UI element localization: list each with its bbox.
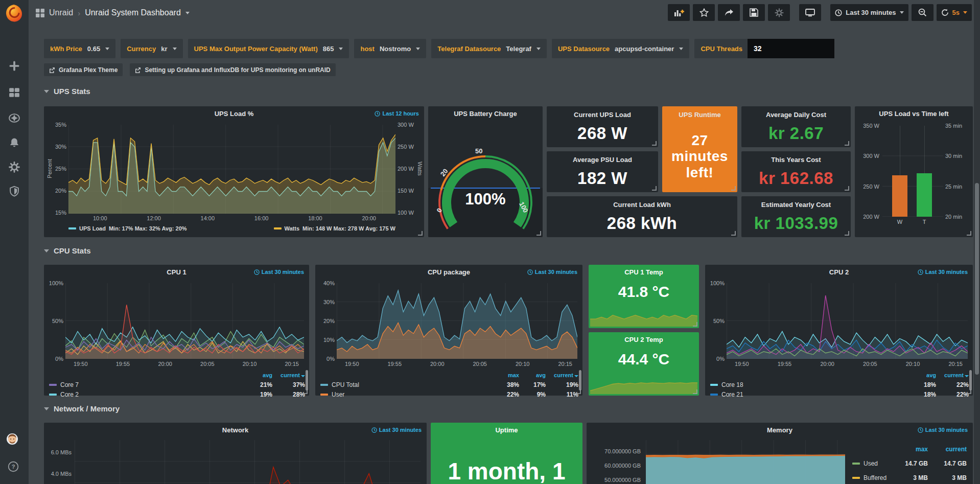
panel-title[interactable]: Network <box>44 426 427 434</box>
time-range-picker[interactable]: Last 30 minutes <box>830 4 908 21</box>
breadcrumb-app[interactable]: Unraid <box>49 8 73 17</box>
panel-title[interactable]: CPU 2 Temp <box>589 336 699 343</box>
panel-this-years-cost: This Years Cost kr 162.68 <box>741 151 851 192</box>
tv-kiosk-button[interactable] <box>799 4 821 21</box>
tick-label: 350 W <box>857 123 879 129</box>
series-name[interactable]: CPU Total <box>320 381 489 388</box>
save-button[interactable] <box>743 4 765 21</box>
panel-time-override[interactable]: Last 30 minutes <box>527 269 577 275</box>
series-name[interactable]: Used <box>852 460 889 467</box>
panel-title[interactable]: UPS Runtime <box>662 111 737 119</box>
row-header-cpu-stats[interactable]: CPU Stats <box>44 246 91 255</box>
chevron-down-icon[interactable] <box>185 12 190 14</box>
memory-chart[interactable] <box>646 440 845 484</box>
dashboard-settings-gear-icon[interactable] <box>768 4 790 21</box>
variable-currency[interactable]: Currency kr <box>121 39 182 58</box>
clock-icon <box>375 111 380 117</box>
page-scrollbar-thumb[interactable] <box>975 183 979 375</box>
variable-ups-datasource[interactable]: UPS Datasource apcupsd-container <box>552 39 689 58</box>
legend-item-ups-load[interactable]: UPS Load Min: 17% Max: 32% Avg: 20% <box>68 225 187 232</box>
panel-title[interactable]: This Years Cost <box>741 156 851 164</box>
panel-title[interactable]: UPS Load % <box>44 110 424 118</box>
legend-header-max[interactable]: max <box>889 446 928 453</box>
series-name[interactable]: Core 7 <box>49 381 244 388</box>
legend-header-avg[interactable]: avg <box>519 372 546 378</box>
panel-title[interactable]: Estimated Yearly Cost <box>741 201 851 209</box>
cpu1-chart[interactable] <box>65 283 304 359</box>
cpu-package-chart[interactable] <box>337 283 577 359</box>
panel-title[interactable]: Average PSU Load <box>547 156 658 164</box>
series-name[interactable]: Core 2 <box>49 391 244 398</box>
server-admin-shield-icon[interactable] <box>9 186 20 197</box>
network-chart[interactable] <box>75 440 421 484</box>
panel-title[interactable]: Average Daily Cost <box>741 111 851 119</box>
panel-title[interactable]: CPU 1 Temp <box>589 268 699 276</box>
legend-header-max[interactable]: max <box>489 372 519 378</box>
panel-time-override[interactable]: Last 30 minutes <box>918 427 968 433</box>
breadcrumb-dashboard-title[interactable]: Unraid System Dashboard <box>85 8 181 17</box>
legend-scrollbar[interactable] <box>579 370 581 390</box>
variable-telegraf-datasource[interactable]: Telegraf Datasource Telegraf <box>431 39 547 58</box>
legend-header-current[interactable]: current <box>928 446 967 453</box>
series-name[interactable]: User <box>320 391 489 398</box>
cpu2-chart[interactable] <box>727 283 968 359</box>
tick-label: 20:10 <box>243 361 257 367</box>
external-link-icon <box>49 67 55 73</box>
tick-label: 14:00 <box>201 215 215 221</box>
help-icon[interactable]: ? <box>8 461 21 474</box>
legend-item-watts[interactable]: Watts Min: 148 W Max: 278 W Avg: 175 W <box>274 225 396 232</box>
explore-icon[interactable] <box>9 112 20 124</box>
cpu-threads-input[interactable] <box>748 39 834 58</box>
row-header-ups-stats[interactable]: UPS Stats <box>44 87 90 96</box>
row-header-network-memory[interactable]: Network / Memory <box>44 404 120 413</box>
panel-title[interactable]: UPS Load vs Time left <box>855 110 973 118</box>
refresh-picker[interactable]: 5s <box>937 4 972 21</box>
share-button[interactable] <box>718 4 740 21</box>
variable-kwh-price[interactable]: kWh Price 0.65 <box>44 39 115 58</box>
legend-header-current[interactable]: current <box>936 372 969 378</box>
series-name[interactable]: Core 21 <box>710 391 907 398</box>
time-range-label: Last 30 minutes <box>846 9 896 16</box>
legend-scrollbar[interactable] <box>969 370 972 390</box>
series-color-dash <box>320 384 328 386</box>
variable-host[interactable]: host Nostromo <box>354 39 426 58</box>
user-avatar[interactable] <box>7 433 22 449</box>
legend-header-current[interactable]: current <box>546 372 578 378</box>
panel-title[interactable]: Uptime <box>431 426 582 434</box>
panel-title[interactable]: Current Load kWh <box>547 201 737 209</box>
series-name: Watts <box>285 225 300 232</box>
legend-header-current[interactable]: current <box>272 372 305 378</box>
panel-title[interactable]: UPS Battery Charge <box>428 110 543 118</box>
panel-title[interactable]: Current UPS Load <box>547 111 658 119</box>
panel-time-override[interactable]: Last 30 minutes <box>371 427 422 433</box>
legend-header-avg[interactable]: avg <box>907 372 936 378</box>
series-name[interactable]: Core 18 <box>710 381 907 388</box>
bars-plot[interactable] <box>882 126 943 217</box>
time-override-label: Last 30 minutes <box>925 427 968 433</box>
ups-load-chart[interactable] <box>68 125 395 214</box>
panel-time-override[interactable]: Last 30 minutes <box>918 269 968 275</box>
legend-row: Buffered 3 MB 3 MB <box>852 471 967 484</box>
x-axis-ticks: 19:5019:5520:0020:0520:1020:15 <box>337 361 577 367</box>
clock-icon <box>371 427 377 433</box>
legend-header-avg[interactable]: avg <box>244 372 272 378</box>
panel-title[interactable]: Memory <box>587 426 973 434</box>
link-ups-monitoring-guide[interactable]: Setting up Grafana and InfluxDB for UPS … <box>130 63 335 76</box>
series-name[interactable]: Buffered <box>852 474 889 481</box>
panel-time-override[interactable]: Last 30 minutes <box>254 269 304 275</box>
dashboards-icon[interactable] <box>9 87 20 98</box>
grafana-logo-icon[interactable] <box>4 4 24 23</box>
legend-scrollbar[interactable] <box>306 370 308 390</box>
create-icon[interactable] <box>9 60 20 72</box>
add-panel-button[interactable] <box>668 4 690 21</box>
panel-time-override[interactable]: Last 12 hours <box>375 110 419 117</box>
star-button[interactable] <box>693 4 715 21</box>
alerting-bell-icon[interactable] <box>9 137 20 148</box>
zoom-out-button[interactable] <box>912 4 934 21</box>
link-grafana-plex-theme[interactable]: Grafana Plex Theme <box>44 63 123 76</box>
chevron-down-icon <box>416 48 420 50</box>
series-color-dash <box>852 477 860 479</box>
configuration-gear-icon[interactable] <box>9 162 20 173</box>
variable-ups-max-output[interactable]: UPS Max Output Power Capacity (Watt) 865 <box>188 39 349 58</box>
dashboard-picker-grid-icon[interactable] <box>36 9 44 17</box>
